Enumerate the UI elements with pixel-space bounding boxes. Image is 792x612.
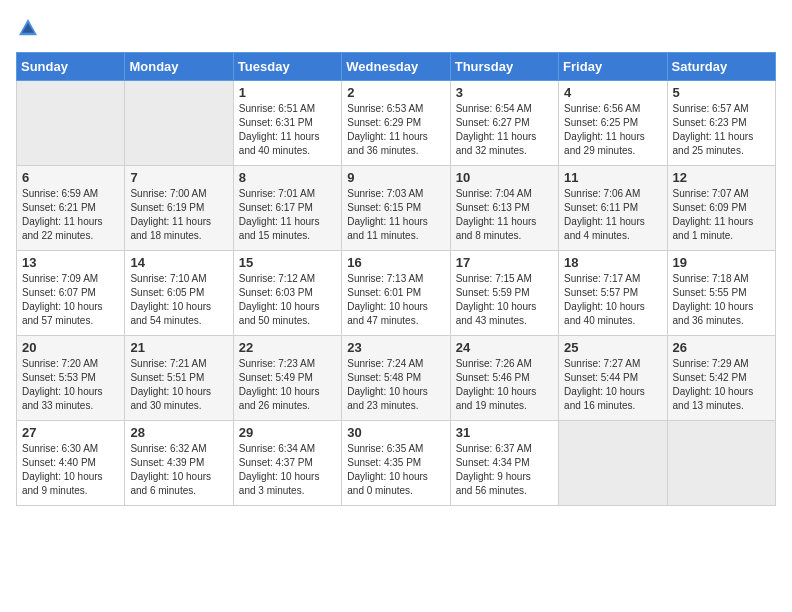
day-info: Sunrise: 7:04 AM Sunset: 6:13 PM Dayligh… bbox=[456, 187, 553, 243]
day-number: 27 bbox=[22, 425, 119, 440]
day-info: Sunrise: 6:56 AM Sunset: 6:25 PM Dayligh… bbox=[564, 102, 661, 158]
calendar-day-cell bbox=[125, 81, 233, 166]
calendar-day-cell bbox=[17, 81, 125, 166]
day-number: 8 bbox=[239, 170, 336, 185]
day-number: 13 bbox=[22, 255, 119, 270]
calendar-day-cell: 28Sunrise: 6:32 AM Sunset: 4:39 PM Dayli… bbox=[125, 421, 233, 506]
calendar-day-cell: 24Sunrise: 7:26 AM Sunset: 5:46 PM Dayli… bbox=[450, 336, 558, 421]
day-info: Sunrise: 7:09 AM Sunset: 6:07 PM Dayligh… bbox=[22, 272, 119, 328]
calendar-day-cell: 25Sunrise: 7:27 AM Sunset: 5:44 PM Dayli… bbox=[559, 336, 667, 421]
calendar-week-row: 13Sunrise: 7:09 AM Sunset: 6:07 PM Dayli… bbox=[17, 251, 776, 336]
calendar-day-cell: 10Sunrise: 7:04 AM Sunset: 6:13 PM Dayli… bbox=[450, 166, 558, 251]
logo-icon bbox=[16, 16, 40, 40]
day-number: 11 bbox=[564, 170, 661, 185]
day-info: Sunrise: 7:13 AM Sunset: 6:01 PM Dayligh… bbox=[347, 272, 444, 328]
day-info: Sunrise: 7:24 AM Sunset: 5:48 PM Dayligh… bbox=[347, 357, 444, 413]
day-number: 31 bbox=[456, 425, 553, 440]
day-of-week-header: Tuesday bbox=[233, 53, 341, 81]
calendar-day-cell: 13Sunrise: 7:09 AM Sunset: 6:07 PM Dayli… bbox=[17, 251, 125, 336]
day-number: 5 bbox=[673, 85, 770, 100]
day-info: Sunrise: 7:23 AM Sunset: 5:49 PM Dayligh… bbox=[239, 357, 336, 413]
calendar-day-cell: 21Sunrise: 7:21 AM Sunset: 5:51 PM Dayli… bbox=[125, 336, 233, 421]
day-number: 18 bbox=[564, 255, 661, 270]
day-number: 19 bbox=[673, 255, 770, 270]
day-info: Sunrise: 7:21 AM Sunset: 5:51 PM Dayligh… bbox=[130, 357, 227, 413]
calendar-table: SundayMondayTuesdayWednesdayThursdayFrid… bbox=[16, 52, 776, 506]
day-of-week-header: Saturday bbox=[667, 53, 775, 81]
calendar-day-cell: 8Sunrise: 7:01 AM Sunset: 6:17 PM Daylig… bbox=[233, 166, 341, 251]
calendar-day-cell: 6Sunrise: 6:59 AM Sunset: 6:21 PM Daylig… bbox=[17, 166, 125, 251]
calendar-day-cell: 23Sunrise: 7:24 AM Sunset: 5:48 PM Dayli… bbox=[342, 336, 450, 421]
calendar-week-row: 6Sunrise: 6:59 AM Sunset: 6:21 PM Daylig… bbox=[17, 166, 776, 251]
calendar-day-cell: 9Sunrise: 7:03 AM Sunset: 6:15 PM Daylig… bbox=[342, 166, 450, 251]
calendar-day-cell: 11Sunrise: 7:06 AM Sunset: 6:11 PM Dayli… bbox=[559, 166, 667, 251]
day-number: 15 bbox=[239, 255, 336, 270]
day-number: 29 bbox=[239, 425, 336, 440]
day-info: Sunrise: 7:10 AM Sunset: 6:05 PM Dayligh… bbox=[130, 272, 227, 328]
day-number: 3 bbox=[456, 85, 553, 100]
calendar-day-cell: 27Sunrise: 6:30 AM Sunset: 4:40 PM Dayli… bbox=[17, 421, 125, 506]
calendar-week-row: 20Sunrise: 7:20 AM Sunset: 5:53 PM Dayli… bbox=[17, 336, 776, 421]
day-number: 16 bbox=[347, 255, 444, 270]
calendar-day-cell: 26Sunrise: 7:29 AM Sunset: 5:42 PM Dayli… bbox=[667, 336, 775, 421]
page-header bbox=[16, 16, 776, 40]
day-info: Sunrise: 7:03 AM Sunset: 6:15 PM Dayligh… bbox=[347, 187, 444, 243]
calendar-day-cell: 22Sunrise: 7:23 AM Sunset: 5:49 PM Dayli… bbox=[233, 336, 341, 421]
calendar-day-cell bbox=[667, 421, 775, 506]
calendar-day-cell: 16Sunrise: 7:13 AM Sunset: 6:01 PM Dayli… bbox=[342, 251, 450, 336]
day-info: Sunrise: 6:34 AM Sunset: 4:37 PM Dayligh… bbox=[239, 442, 336, 498]
day-number: 12 bbox=[673, 170, 770, 185]
day-info: Sunrise: 7:15 AM Sunset: 5:59 PM Dayligh… bbox=[456, 272, 553, 328]
calendar-day-cell: 31Sunrise: 6:37 AM Sunset: 4:34 PM Dayli… bbox=[450, 421, 558, 506]
header-row: SundayMondayTuesdayWednesdayThursdayFrid… bbox=[17, 53, 776, 81]
calendar-day-cell: 14Sunrise: 7:10 AM Sunset: 6:05 PM Dayli… bbox=[125, 251, 233, 336]
day-number: 22 bbox=[239, 340, 336, 355]
day-info: Sunrise: 7:29 AM Sunset: 5:42 PM Dayligh… bbox=[673, 357, 770, 413]
calendar-day-cell: 29Sunrise: 6:34 AM Sunset: 4:37 PM Dayli… bbox=[233, 421, 341, 506]
day-info: Sunrise: 6:37 AM Sunset: 4:34 PM Dayligh… bbox=[456, 442, 553, 498]
calendar-day-cell: 15Sunrise: 7:12 AM Sunset: 6:03 PM Dayli… bbox=[233, 251, 341, 336]
day-number: 28 bbox=[130, 425, 227, 440]
day-of-week-header: Wednesday bbox=[342, 53, 450, 81]
day-of-week-header: Friday bbox=[559, 53, 667, 81]
calendar-body: 1Sunrise: 6:51 AM Sunset: 6:31 PM Daylig… bbox=[17, 81, 776, 506]
day-info: Sunrise: 6:35 AM Sunset: 4:35 PM Dayligh… bbox=[347, 442, 444, 498]
calendar-day-cell: 18Sunrise: 7:17 AM Sunset: 5:57 PM Dayli… bbox=[559, 251, 667, 336]
day-of-week-header: Thursday bbox=[450, 53, 558, 81]
calendar-day-cell: 4Sunrise: 6:56 AM Sunset: 6:25 PM Daylig… bbox=[559, 81, 667, 166]
day-info: Sunrise: 6:30 AM Sunset: 4:40 PM Dayligh… bbox=[22, 442, 119, 498]
day-info: Sunrise: 7:00 AM Sunset: 6:19 PM Dayligh… bbox=[130, 187, 227, 243]
day-info: Sunrise: 7:27 AM Sunset: 5:44 PM Dayligh… bbox=[564, 357, 661, 413]
day-number: 25 bbox=[564, 340, 661, 355]
day-number: 23 bbox=[347, 340, 444, 355]
calendar-day-cell: 1Sunrise: 6:51 AM Sunset: 6:31 PM Daylig… bbox=[233, 81, 341, 166]
calendar-week-row: 27Sunrise: 6:30 AM Sunset: 4:40 PM Dayli… bbox=[17, 421, 776, 506]
day-number: 2 bbox=[347, 85, 444, 100]
day-number: 7 bbox=[130, 170, 227, 185]
calendar-day-cell bbox=[559, 421, 667, 506]
calendar-day-cell: 7Sunrise: 7:00 AM Sunset: 6:19 PM Daylig… bbox=[125, 166, 233, 251]
day-number: 24 bbox=[456, 340, 553, 355]
calendar-day-cell: 12Sunrise: 7:07 AM Sunset: 6:09 PM Dayli… bbox=[667, 166, 775, 251]
day-info: Sunrise: 7:26 AM Sunset: 5:46 PM Dayligh… bbox=[456, 357, 553, 413]
day-of-week-header: Monday bbox=[125, 53, 233, 81]
day-number: 26 bbox=[673, 340, 770, 355]
day-info: Sunrise: 6:57 AM Sunset: 6:23 PM Dayligh… bbox=[673, 102, 770, 158]
day-info: Sunrise: 6:51 AM Sunset: 6:31 PM Dayligh… bbox=[239, 102, 336, 158]
day-info: Sunrise: 7:20 AM Sunset: 5:53 PM Dayligh… bbox=[22, 357, 119, 413]
day-number: 1 bbox=[239, 85, 336, 100]
calendar-day-cell: 5Sunrise: 6:57 AM Sunset: 6:23 PM Daylig… bbox=[667, 81, 775, 166]
day-info: Sunrise: 6:53 AM Sunset: 6:29 PM Dayligh… bbox=[347, 102, 444, 158]
calendar-day-cell: 2Sunrise: 6:53 AM Sunset: 6:29 PM Daylig… bbox=[342, 81, 450, 166]
day-number: 6 bbox=[22, 170, 119, 185]
day-info: Sunrise: 7:18 AM Sunset: 5:55 PM Dayligh… bbox=[673, 272, 770, 328]
day-info: Sunrise: 7:17 AM Sunset: 5:57 PM Dayligh… bbox=[564, 272, 661, 328]
day-number: 14 bbox=[130, 255, 227, 270]
day-number: 4 bbox=[564, 85, 661, 100]
day-number: 17 bbox=[456, 255, 553, 270]
day-number: 30 bbox=[347, 425, 444, 440]
day-info: Sunrise: 7:01 AM Sunset: 6:17 PM Dayligh… bbox=[239, 187, 336, 243]
day-info: Sunrise: 6:32 AM Sunset: 4:39 PM Dayligh… bbox=[130, 442, 227, 498]
day-number: 21 bbox=[130, 340, 227, 355]
day-number: 10 bbox=[456, 170, 553, 185]
